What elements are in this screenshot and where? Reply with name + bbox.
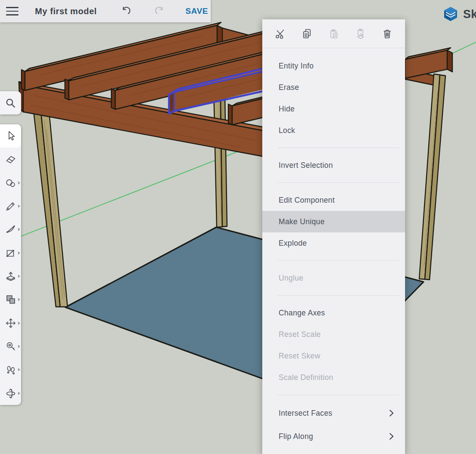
flyout-chevron-icon bbox=[18, 392, 20, 395]
rectangle-icon bbox=[5, 247, 16, 259]
menu-item-explode[interactable]: Explode bbox=[262, 232, 405, 254]
delete-icon[interactable] bbox=[381, 28, 393, 40]
tool-paint[interactable] bbox=[0, 171, 21, 195]
context-menu-action-row bbox=[262, 19, 405, 48]
paste-icon[interactable] bbox=[328, 28, 340, 40]
menu-item-hide[interactable]: Hide bbox=[262, 98, 405, 120]
tool-push-pull[interactable] bbox=[0, 265, 21, 288]
eraser-icon bbox=[5, 154, 16, 165]
undo-button[interactable] bbox=[120, 6, 131, 17]
menu-item-make-unique[interactable]: Make Unique bbox=[262, 211, 405, 232]
tool-tape-measure[interactable] bbox=[0, 335, 21, 358]
context-menu: Entity Info Erase Hide Lock Invert Selec… bbox=[262, 19, 405, 454]
menu-separator bbox=[278, 182, 399, 183]
tool-orbit[interactable] bbox=[0, 382, 21, 405]
tool-walk[interactable] bbox=[0, 358, 21, 381]
tape-measure-icon bbox=[5, 341, 16, 352]
sketchup-web-app: My first model SAVE Ske bbox=[0, 0, 476, 454]
menu-item-erase[interactable]: Erase bbox=[262, 77, 405, 98]
select-arrow-icon bbox=[5, 130, 16, 142]
flyout-chevron-icon bbox=[18, 321, 20, 325]
menu-item-unglue: Unglue bbox=[262, 267, 405, 289]
tool-select[interactable] bbox=[0, 124, 21, 148]
flyout-chevron-icon bbox=[18, 228, 20, 231]
orbit-icon bbox=[5, 388, 16, 399]
redo-icon bbox=[154, 6, 166, 17]
flyout-chevron-icon bbox=[18, 298, 20, 301]
menu-item-intersect-faces[interactable]: Intersect Faces bbox=[262, 401, 405, 425]
flyout-chevron-icon bbox=[18, 368, 20, 371]
document-title: My first model bbox=[35, 6, 97, 16]
menu-item-scale-definition: Scale Definition bbox=[262, 367, 405, 388]
menu-item-reset-scale: Reset Scale bbox=[262, 324, 405, 345]
move-icon bbox=[5, 318, 16, 329]
menu-item-lock[interactable]: Lock bbox=[262, 120, 405, 141]
menu-item-reset-skew: Reset Skew bbox=[262, 345, 405, 367]
cut-icon[interactable] bbox=[274, 28, 286, 40]
arc-icon bbox=[5, 224, 16, 235]
flyout-chevron-icon bbox=[18, 204, 20, 208]
tool-arc[interactable] bbox=[0, 218, 21, 241]
offset-icon bbox=[5, 294, 16, 305]
hamburger-menu-icon[interactable] bbox=[6, 7, 18, 15]
flyout-chevron-icon bbox=[18, 345, 20, 348]
tool-pencil[interactable] bbox=[0, 195, 21, 218]
top-bar: My first model SAVE bbox=[0, 0, 211, 22]
submenu-chevron-icon bbox=[389, 432, 394, 440]
search-tool-button[interactable] bbox=[0, 91, 21, 114]
rim-joist[interactable] bbox=[405, 48, 452, 78]
flyout-chevron-icon bbox=[18, 181, 20, 185]
brand: Ske bbox=[442, 6, 476, 23]
undo-icon bbox=[120, 6, 131, 17]
tool-offset[interactable] bbox=[0, 288, 21, 311]
search-icon bbox=[5, 97, 16, 109]
flyout-chevron-icon bbox=[18, 275, 20, 278]
paste-in-place-icon[interactable] bbox=[355, 28, 366, 40]
submenu-chevron-icon bbox=[389, 409, 394, 417]
menu-separator bbox=[278, 295, 399, 296]
right-post[interactable] bbox=[419, 74, 445, 280]
pencil-icon bbox=[5, 201, 16, 212]
menu-item-edit-component[interactable]: Edit Component bbox=[262, 189, 405, 211]
menu-item-change-axes[interactable]: Change Axes bbox=[262, 302, 405, 324]
menu-separator bbox=[278, 395, 399, 395]
tool-rail bbox=[0, 124, 21, 405]
push-pull-icon bbox=[5, 271, 16, 282]
copy-icon[interactable] bbox=[301, 28, 313, 40]
paint-icon bbox=[5, 177, 16, 188]
menu-separator bbox=[278, 148, 399, 148]
redo-button[interactable] bbox=[154, 6, 166, 17]
tool-move[interactable] bbox=[0, 312, 21, 335]
tool-eraser[interactable] bbox=[0, 148, 21, 171]
flyout-chevron-icon bbox=[18, 251, 20, 255]
save-button[interactable]: SAVE bbox=[183, 6, 211, 16]
menu-item-invert-selection[interactable]: Invert Selection bbox=[262, 154, 405, 176]
context-menu-list: Entity Info Erase Hide Lock Invert Selec… bbox=[262, 48, 405, 448]
left-post[interactable] bbox=[34, 111, 68, 307]
menu-item-flip-along[interactable]: Flip Along bbox=[262, 425, 405, 448]
menu-item-entity-info[interactable]: Entity Info bbox=[262, 55, 405, 77]
tool-rectangle[interactable] bbox=[0, 241, 21, 265]
sketchup-logo-icon bbox=[442, 6, 459, 23]
brand-text: Ske bbox=[463, 8, 476, 21]
walk-icon bbox=[5, 364, 16, 375]
menu-separator bbox=[278, 260, 399, 261]
